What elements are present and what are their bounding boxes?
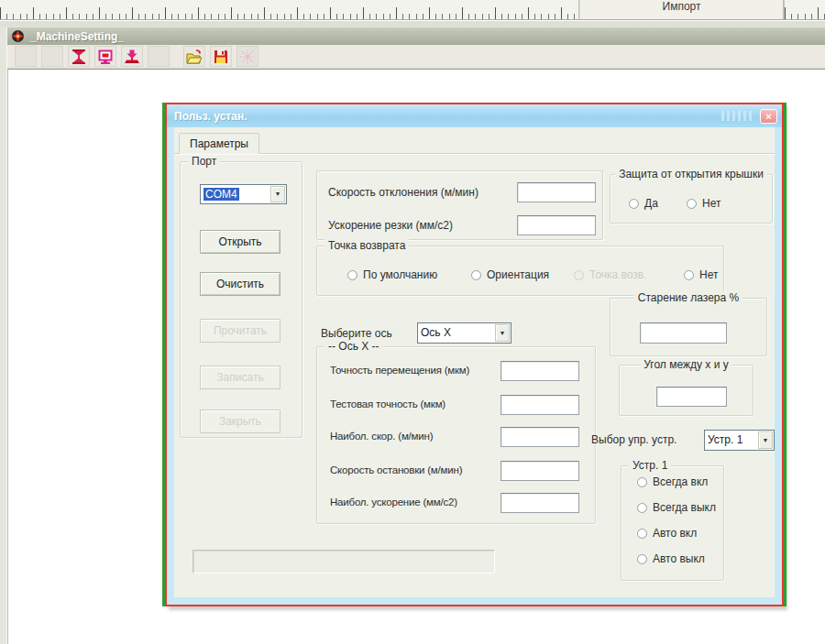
max-speed-label: Наибол. скор. (м/мин)	[330, 431, 433, 442]
axis-x-caption: -- Ось X --	[324, 340, 383, 353]
status-progress-bar	[192, 550, 495, 573]
horizontal-ruler-right	[784, 0, 825, 19]
dialog-title: Польз. устан.	[174, 110, 721, 123]
horizontal-ruler-left	[0, 0, 579, 19]
dialog-titlebar[interactable]: Польз. устан. ×	[167, 104, 782, 127]
save-file-icon	[213, 49, 229, 65]
chevron-down-icon[interactable]: ▼	[495, 324, 510, 342]
radio-always-off[interactable]: Всегда выкл	[637, 501, 716, 514]
laser-aging-input[interactable]	[640, 322, 727, 344]
window-left-frame	[0, 27, 7, 644]
device-select-label: Выбор упр. устр.	[591, 433, 676, 446]
port-group: Порт COM4 ▼ Открыть Очистить Прочитать З…	[180, 161, 302, 438]
cover-protect-group: Защита от открытия крышки Да Нет	[610, 174, 773, 224]
motion-group: Скорость отклонения (м/мин) Ускорение ре…	[316, 170, 603, 240]
radio-icon[interactable]	[629, 199, 639, 209]
max-accel-input[interactable]	[500, 493, 579, 513]
radio-cover-yes[interactable]: Да	[629, 197, 658, 210]
device-combobox-value: Устр. 1	[708, 433, 742, 446]
stop-speed-input[interactable]	[500, 461, 579, 481]
radio-always-off-label: Всегда выкл	[653, 501, 716, 514]
move-precision-input[interactable]	[500, 361, 579, 381]
toolbar-button-blank-2[interactable]	[41, 46, 63, 67]
dialog-content: Параметры Порт COM4 ▼ Открыть Очистить П…	[174, 127, 775, 597]
toolbar	[7, 45, 825, 69]
monitor-icon	[97, 49, 114, 65]
xy-angle-caption: Угол между x и y	[640, 358, 732, 371]
test-precision-input[interactable]	[500, 395, 579, 415]
toolbar-button-blank-3[interactable]	[148, 46, 170, 67]
radio-always-on-label: Всегда вкл	[653, 475, 708, 488]
cut-accel-input[interactable]	[517, 215, 596, 235]
max-accel-label: Наибол. ускорение (мм/с2)	[330, 497, 457, 508]
com-port-combobox[interactable]: COM4 ▼	[200, 184, 287, 204]
window-title: _MachineSetting_	[30, 30, 124, 43]
radio-auto-on[interactable]: Авто вкл	[637, 527, 697, 540]
toolbar-button-blank-1[interactable]	[15, 46, 37, 67]
radio-icon[interactable]	[637, 529, 647, 539]
xy-angle-input[interactable]	[656, 387, 727, 407]
open-port-button[interactable]: Открыть	[200, 230, 280, 254]
toolbar-button-engraver[interactable]	[121, 46, 143, 67]
radio-cover-no[interactable]: Нет	[687, 197, 720, 210]
engraver-icon	[124, 49, 140, 65]
read-button: Прочитать	[200, 319, 280, 343]
toolbar-button-open[interactable]	[183, 46, 205, 67]
device-1-group: Устр. 1 Всегда вкл Всегда выкл Авто вкл …	[621, 465, 724, 581]
chevron-down-icon[interactable]: ▼	[758, 431, 773, 449]
toolbar-button-monitor[interactable]	[94, 46, 116, 67]
deflection-speed-input[interactable]	[517, 182, 596, 202]
radio-auto-off[interactable]: Авто выкл	[637, 552, 705, 565]
return-point-caption: Точка возврата	[324, 239, 409, 252]
radio-orientation-label: Ориентация	[487, 268, 549, 281]
radio-icon[interactable]	[684, 270, 694, 280]
radio-orientation[interactable]: Ориентация	[471, 268, 549, 281]
device-1-caption: Устр. 1	[629, 459, 671, 472]
top-ruler-strip: Импорт	[0, 0, 825, 20]
origin-icon	[239, 49, 256, 65]
open-file-icon	[186, 49, 203, 65]
press-icon	[71, 49, 87, 65]
titlebar-grip-dots	[721, 111, 753, 121]
radio-cover-yes-label: Да	[644, 197, 658, 210]
app-icon	[11, 29, 25, 43]
radio-auto-off-label: Авто выкл	[653, 552, 705, 565]
radio-icon[interactable]	[471, 270, 481, 280]
max-speed-input[interactable]	[500, 427, 579, 447]
stop-speed-label: Скорость остановки (м/мин)	[330, 464, 462, 475]
axis-combobox[interactable]: Ось X ▼	[417, 322, 512, 344]
window-titlebar[interactable]: _MachineSetting_	[7, 27, 825, 45]
cut-accel-label: Ускорение резки (мм/с2)	[328, 219, 453, 232]
clear-button[interactable]: Очистить	[200, 272, 280, 296]
com-port-value: COM4	[204, 188, 239, 201]
tab-parameters[interactable]: Параметры	[179, 133, 259, 154]
radio-none-label: Нет	[699, 268, 718, 281]
close-icon[interactable]: ×	[760, 109, 777, 124]
radio-return-point: Точка возв.	[574, 268, 647, 281]
radio-auto-on-label: Авто вкл	[653, 527, 697, 540]
radio-icon[interactable]	[637, 477, 647, 487]
radio-icon[interactable]	[637, 503, 647, 513]
laser-aging-group: Старение лазера %	[610, 298, 767, 356]
tab-strip-line	[174, 153, 775, 154]
close-port-button: Закрыть	[200, 409, 280, 433]
deflection-speed-label: Скорость отклонения (м/мин)	[328, 186, 478, 199]
radio-none[interactable]: Нет	[684, 268, 718, 281]
toolbar-button-press[interactable]	[68, 46, 90, 67]
radio-cover-no-label: Нет	[702, 197, 720, 210]
toolbar-button-save[interactable]	[210, 46, 232, 67]
radio-icon[interactable]	[687, 199, 697, 209]
user-settings-dialog: Польз. устан. × Параметры Порт COM4 ▼ От…	[165, 103, 784, 606]
port-group-caption: Порт	[188, 155, 220, 168]
device-combobox[interactable]: Устр. 1 ▼	[704, 430, 775, 451]
toolbar-button-origin[interactable]	[236, 46, 258, 67]
radio-icon	[574, 270, 584, 280]
radio-default[interactable]: По умолчанию	[347, 268, 437, 281]
radio-icon[interactable]	[347, 270, 358, 280]
radio-icon[interactable]	[637, 554, 647, 564]
cover-protect-caption: Защита от открытия крышки	[615, 168, 767, 180]
radio-always-on[interactable]: Всегда вкл	[637, 475, 708, 488]
import-button[interactable]: Импорт	[579, 0, 784, 19]
select-axis-label: Выберите ось	[321, 327, 392, 340]
chevron-down-icon[interactable]: ▼	[270, 186, 285, 202]
